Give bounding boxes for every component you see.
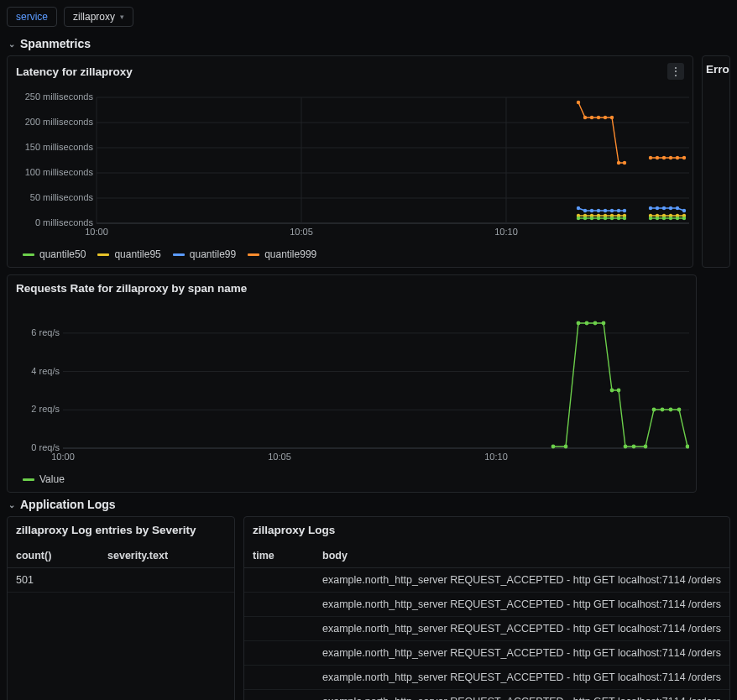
y-tick: 4 req/s [31,366,60,376]
table-row[interactable]: example.north_http_server REQUEST_ACCEPT… [244,593,729,617]
x-tick: 10:00 [51,452,75,462]
cell-body: example.north_http_server REQUEST_ACCEPT… [314,641,729,666]
table-row[interactable]: example.north_http_server REQUEST_ACCEPT… [244,617,729,641]
svg-point-73 [593,321,598,326]
col-body[interactable]: body [314,544,729,568]
svg-point-27 [604,209,607,212]
svg-point-60 [656,217,659,220]
svg-point-57 [617,217,620,220]
svg-point-61 [662,217,666,220]
service-label-pill[interactable]: service [7,7,57,27]
svg-point-52 [583,217,587,220]
cell-body: example.north_http_server REQUEST_ACCEPT… [314,690,729,701]
y-tick: 50 milliseconds [30,192,94,202]
legend-item-value[interactable]: Value [23,473,65,485]
col-count[interactable]: count() [8,544,99,568]
svg-point-64 [682,217,686,220]
requests-chart[interactable]: 0 req/s 2 req/s 4 req/s 6 req/s 10:00 10… [8,302,696,470]
svg-point-17 [649,156,652,159]
kebab-icon: ⋮ [670,65,682,78]
svg-point-36 [682,209,686,212]
legend-item-q99[interactable]: quantile99 [173,248,236,260]
svg-point-28 [610,209,614,212]
svg-point-79 [644,445,648,449]
panel-title: zillaproxy Logs [253,524,335,536]
legend-item-q95[interactable]: quantile95 [97,248,160,260]
cell-body: example.north_http_server REQUEST_ACCEPT… [314,666,729,690]
section-applogs-header[interactable]: ⌄ Application Logs [0,493,737,516]
svg-point-26 [597,209,600,212]
section-spanmetrics-header[interactable]: ⌄ Spanmetrics [0,32,737,55]
panel-log-severity: zillaproxy Log entries by Severity count… [7,516,235,700]
table-row[interactable]: example.north_http_server REQUEST_ACCEPT… [244,690,729,701]
svg-point-15 [617,161,620,165]
panel-latency: Latency for zillaproxy ⋮ 0 milliseconds … [7,55,693,268]
service-value: zillaproxy [73,11,115,23]
svg-point-56 [610,217,614,220]
legend-item-q50[interactable]: quantile50 [23,248,86,260]
cell-count: 501 [8,568,99,593]
svg-point-29 [617,209,620,212]
svg-point-70 [564,445,568,449]
section-title: Application Logs [20,498,116,511]
svg-point-81 [661,408,665,412]
cell-severity [99,568,234,593]
svg-point-23 [577,206,580,210]
svg-point-72 [585,321,589,326]
panel-title: Latency for zillaproxy [16,65,133,78]
cell-time [244,666,314,690]
y-tick: 6 req/s [31,327,60,337]
service-value-dropdown[interactable]: zillaproxy ▾ [64,7,133,27]
svg-point-25 [590,209,593,212]
svg-point-18 [656,156,659,159]
requests-legend: Value [8,470,696,492]
x-tick: 10:05 [268,452,291,462]
table-row[interactable]: example.north_http_server REQUEST_ACCEPT… [244,666,729,690]
section-title: Spanmetrics [20,37,91,50]
col-severity[interactable]: severity.text [99,544,234,568]
col-time[interactable]: time [244,544,314,568]
svg-point-19 [662,156,666,159]
svg-point-9 [577,101,580,104]
table-row[interactable]: 501 [8,568,234,593]
x-tick: 10:00 [85,227,108,237]
cell-body: example.north_http_server REQUEST_ACCEPT… [314,617,729,641]
latency-chart[interactable]: 0 milliseconds 50 milliseconds 100 milli… [8,87,693,245]
svg-point-74 [602,321,606,326]
svg-point-34 [669,206,672,210]
y-tick: 200 milliseconds [25,117,94,127]
svg-point-53 [590,217,593,220]
svg-point-24 [583,209,587,212]
logs-table: time body example.north_http_server REQU… [244,544,729,700]
table-row[interactable]: example.north_http_server REQUEST_ACCEPT… [244,568,729,593]
x-tick: 10:10 [484,452,508,462]
panel-error: Error R [702,55,730,268]
svg-point-76 [617,389,621,393]
svg-point-30 [623,209,626,212]
latency-legend: quantile50 quantile95 quantile99 quantil… [8,245,693,267]
chevron-down-icon: ▾ [120,13,124,21]
svg-point-12 [597,116,600,119]
topbar: service zillaproxy ▾ [0,0,737,32]
y-tick: 150 milliseconds [25,142,94,152]
severity-table: count() severity.text 501 [8,544,234,593]
y-tick: 100 milliseconds [25,167,94,177]
panel-requests-rate: Requests Rate for zillaproxy by span nam… [7,274,697,493]
svg-point-10 [583,116,587,119]
cell-time [244,690,314,701]
svg-point-51 [577,217,580,220]
legend-item-q999[interactable]: quantile999 [248,248,316,260]
panel-logs: zillaproxy Logs time body example.north_… [243,516,730,700]
svg-point-14 [610,116,614,119]
svg-point-59 [649,217,652,220]
svg-point-71 [577,321,581,326]
y-tick: 250 milliseconds [25,91,94,102]
chevron-down-icon: ⌄ [8,500,15,509]
svg-point-82 [669,408,673,412]
table-row[interactable]: example.north_http_server REQUEST_ACCEPT… [244,641,729,666]
svg-point-33 [662,206,666,210]
svg-point-21 [676,156,679,159]
svg-point-55 [604,217,607,220]
svg-point-54 [597,217,600,220]
panel-menu-button[interactable]: ⋮ [667,63,684,80]
